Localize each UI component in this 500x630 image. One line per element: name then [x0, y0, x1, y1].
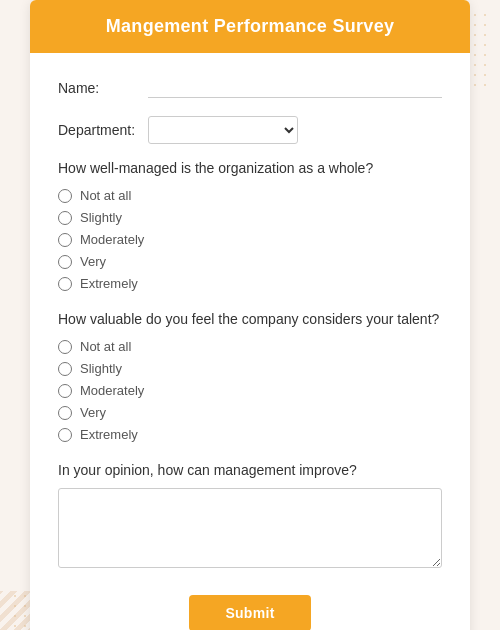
improve-textarea[interactable] [58, 488, 442, 568]
question3-text: In your opinion, how can management impr… [58, 462, 442, 478]
q1-radio-moderately[interactable] [58, 233, 72, 247]
q2-radio-very[interactable] [58, 406, 72, 420]
q1-label-not-at-all[interactable]: Not at all [80, 188, 131, 203]
q1-radio-extremely[interactable] [58, 277, 72, 291]
survey-title: Mangement Performance Survey [50, 16, 450, 37]
department-select[interactable]: HR Engineering Marketing Sales Finance [148, 116, 298, 144]
name-label: Name: [58, 80, 148, 96]
name-input[interactable] [148, 77, 442, 98]
q2-radio-slightly[interactable] [58, 362, 72, 376]
q2-option-2: Slightly [58, 361, 442, 376]
q2-label-moderately[interactable]: Moderately [80, 383, 144, 398]
q1-radio-not-at-all[interactable] [58, 189, 72, 203]
q1-radio-very[interactable] [58, 255, 72, 269]
name-row: Name: [58, 77, 442, 98]
q1-option-5: Extremely [58, 276, 442, 291]
question1-text: How well-managed is the organization as … [58, 160, 442, 176]
q1-label-moderately[interactable]: Moderately [80, 232, 144, 247]
q1-label-slightly[interactable]: Slightly [80, 210, 122, 225]
q2-label-very[interactable]: Very [80, 405, 106, 420]
q1-option-3: Moderately [58, 232, 442, 247]
question1-group: How well-managed is the organization as … [58, 160, 442, 291]
submit-button[interactable]: Submit [189, 595, 310, 630]
submit-row: Submit [58, 595, 442, 630]
q1-option-2: Slightly [58, 210, 442, 225]
survey-card: Mangement Performance Survey Name: Depar… [30, 0, 470, 630]
question3-group: In your opinion, how can management impr… [58, 462, 442, 571]
q2-radio-extremely[interactable] [58, 428, 72, 442]
q1-radio-slightly[interactable] [58, 211, 72, 225]
q2-label-slightly[interactable]: Slightly [80, 361, 122, 376]
department-label: Department: [58, 122, 148, 138]
department-row: Department: HR Engineering Marketing Sal… [58, 116, 442, 144]
q2-radio-moderately[interactable] [58, 384, 72, 398]
card-header: Mangement Performance Survey [30, 0, 470, 53]
q2-label-extremely[interactable]: Extremely [80, 427, 138, 442]
q2-label-not-at-all[interactable]: Not at all [80, 339, 131, 354]
q2-option-4: Very [58, 405, 442, 420]
q2-radio-not-at-all[interactable] [58, 340, 72, 354]
q1-label-very[interactable]: Very [80, 254, 106, 269]
q1-option-1: Not at all [58, 188, 442, 203]
question2-text: How valuable do you feel the company con… [58, 311, 442, 327]
question2-group: How valuable do you feel the company con… [58, 311, 442, 442]
q2-option-5: Extremely [58, 427, 442, 442]
card-body: Name: Department: HR Engineering Marketi… [30, 53, 470, 630]
q1-option-4: Very [58, 254, 442, 269]
q2-option-3: Moderately [58, 383, 442, 398]
q1-label-extremely[interactable]: Extremely [80, 276, 138, 291]
q2-option-1: Not at all [58, 339, 442, 354]
